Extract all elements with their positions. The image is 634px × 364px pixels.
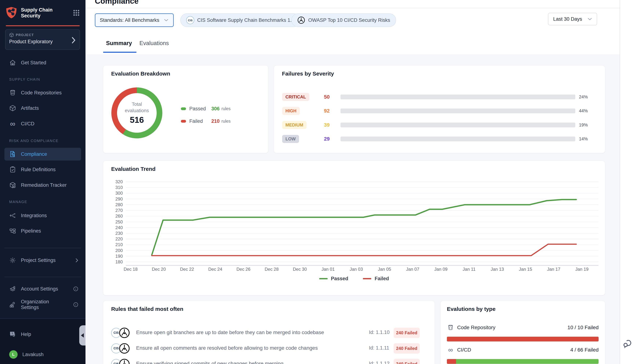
sidebar-item-cicd[interactable]: ∞ CI/CD bbox=[5, 117, 81, 130]
svg-text:Dec 28: Dec 28 bbox=[265, 267, 279, 272]
svg-text:Jan 05: Jan 05 bbox=[378, 267, 391, 272]
rule-text: Ensure open git branches are up to date … bbox=[136, 330, 324, 336]
sidebar-item-code-repositories[interactable]: Code Repositories bbox=[5, 86, 81, 99]
standards-filter-dropdown[interactable]: Standards: All Benchmarks bbox=[95, 14, 174, 27]
rule-id: Id: 1.1.10 bbox=[369, 330, 390, 335]
pipelines-icon bbox=[9, 228, 16, 234]
rule-text: Ensure all open comments are resolved be… bbox=[136, 345, 318, 351]
sidebar-section-manage: MANAGE bbox=[9, 200, 27, 204]
page-header: Compliance Standards: All Benchmarks CIS… bbox=[86, 0, 620, 54]
sidebar-item-organization-settings[interactable]: Organization Settings bbox=[5, 298, 81, 311]
rule-row[interactable]: CIS Ensure all open comments are resolve… bbox=[103, 342, 435, 355]
sidebar-item-artifacts[interactable]: Artifacts bbox=[5, 102, 81, 114]
svg-text:190: 190 bbox=[115, 254, 123, 258]
info-icon bbox=[73, 302, 79, 307]
failed-line-swatch bbox=[363, 278, 371, 279]
benchmark-chip-label: CIS Software Supply Chain Benchmarks 1.0 bbox=[197, 18, 294, 23]
home-icon bbox=[9, 59, 16, 66]
tab-evaluations[interactable]: Evaluations bbox=[139, 40, 169, 46]
svg-text:Jan 15: Jan 15 bbox=[519, 267, 532, 272]
severity-row-medium: MEDIUM 39 19% bbox=[274, 120, 605, 130]
svg-text:Dec 26: Dec 26 bbox=[236, 267, 250, 272]
project-name: Product Exploratory bbox=[9, 39, 76, 44]
app-title-line2: Security bbox=[21, 13, 73, 19]
sidebar-item-pipelines[interactable]: Pipelines bbox=[5, 224, 81, 237]
sidebar-item-label: Code Repositories bbox=[21, 90, 62, 96]
sidebar-item-label: Organization Settings bbox=[21, 299, 68, 310]
app-switcher-grid-icon[interactable] bbox=[73, 9, 80, 16]
date-range-dropdown[interactable]: Last 30 Days bbox=[548, 13, 597, 25]
sidebar-item-label: Artifacts bbox=[21, 106, 39, 111]
layers-gear-icon bbox=[9, 285, 16, 292]
sidebar-item-get-started[interactable]: Get Started bbox=[5, 56, 81, 69]
benchmark-chip-cis[interactable]: CIS CIS Software Supply Chain Benchmarks… bbox=[180, 14, 300, 27]
clipboard-check-icon bbox=[9, 166, 16, 173]
rule-source-icons: CIS bbox=[111, 342, 131, 355]
svg-text:210: 210 bbox=[115, 242, 123, 247]
rule-row[interactable]: CIS Ensure open git branches are up to d… bbox=[103, 326, 435, 339]
svg-text:230: 230 bbox=[115, 231, 123, 236]
type-label: CI/CD bbox=[457, 347, 471, 353]
app-logo-shield-icon bbox=[6, 6, 17, 19]
passed-swatch bbox=[181, 108, 186, 110]
card-title: Evaluation Trend bbox=[111, 166, 156, 172]
chevron-down-icon bbox=[587, 18, 592, 20]
tab-summary[interactable]: Summary bbox=[106, 40, 132, 46]
header-divider bbox=[86, 8, 620, 8]
severity-count: 50 bbox=[324, 94, 330, 100]
trend-legend-passed: Passed bbox=[319, 276, 348, 282]
svg-text:200: 200 bbox=[115, 248, 123, 253]
svg-text:Dec 24: Dec 24 bbox=[208, 267, 222, 272]
project-label: PROJECT bbox=[16, 33, 34, 37]
sidebar-item-compliance[interactable]: Compliance bbox=[5, 148, 81, 160]
svg-text:?: ? bbox=[12, 332, 13, 335]
gear-icon bbox=[9, 257, 16, 264]
help-button[interactable]: ? Help bbox=[5, 328, 81, 341]
help-label: Help bbox=[21, 332, 31, 337]
sidebar-item-label: Rule Definitions bbox=[21, 167, 56, 172]
severity-badge: HIGH bbox=[282, 107, 300, 115]
severity-row-high: HIGH 92 44% bbox=[274, 106, 605, 116]
rule-failed-badge: 240 Failed bbox=[394, 359, 420, 364]
trend-legend-failed: Failed bbox=[363, 276, 389, 282]
rule-failed-badge: 240 Failed bbox=[394, 343, 420, 354]
svg-text:Dec 18: Dec 18 bbox=[124, 267, 138, 272]
collapse-arrow-icon bbox=[81, 333, 84, 338]
sidebar-footer: ? Help L Lavakush bbox=[0, 318, 86, 364]
severity-bar-track bbox=[341, 94, 575, 99]
sidebar-section-supply-chain: SUPPLY CHAIN bbox=[9, 77, 40, 82]
rule-row[interactable]: CIS Ensure verifying signed commits of n… bbox=[103, 358, 435, 364]
sidebar-item-integrations[interactable]: Integrations bbox=[5, 209, 81, 222]
rule-source-icons: CIS bbox=[111, 326, 131, 339]
legend-item-passed: Passed 306 rules bbox=[181, 105, 231, 113]
sidebar-collapse-handle[interactable] bbox=[79, 325, 86, 346]
active-tab-indicator bbox=[103, 52, 137, 53]
svg-text:220: 220 bbox=[115, 236, 123, 242]
benchmark-chip-owasp[interactable]: OWASP Top 10 CI/CD Security Risks bbox=[291, 14, 396, 27]
owasp-logo-icon bbox=[297, 16, 305, 24]
sidebar-item-remediation-tracker[interactable]: Remediation Tracker bbox=[5, 179, 81, 192]
remediation-box-icon bbox=[9, 182, 16, 188]
project-selector[interactable]: PROJECT Product Exploratory bbox=[5, 29, 80, 50]
chat-widget-icon[interactable] bbox=[622, 338, 633, 349]
passed-count: 306 bbox=[211, 106, 220, 112]
svg-text:Dec 22: Dec 22 bbox=[180, 267, 194, 272]
svg-text:290: 290 bbox=[115, 196, 123, 202]
page-title: Compliance bbox=[95, 0, 139, 6]
severity-badge: CRITICAL bbox=[282, 93, 309, 101]
scroll-gutter[interactable] bbox=[620, 0, 634, 364]
sidebar-item-rule-definitions[interactable]: Rule Definitions bbox=[5, 163, 81, 176]
user-menu[interactable]: L Lavakush bbox=[5, 348, 81, 361]
svg-text:Jan 01: Jan 01 bbox=[322, 267, 335, 272]
card-title: Evaluation Breakdown bbox=[111, 70, 170, 77]
type-row-code-repository: Code Repository 10 / 10 Failed bbox=[447, 322, 598, 333]
evaluation-breakdown-card: Evaluation Breakdown Total evaluations 5… bbox=[103, 65, 268, 153]
user-name: Lavakush bbox=[22, 352, 44, 358]
owasp-logo-icon bbox=[119, 327, 130, 339]
svg-text:Jan 11: Jan 11 bbox=[463, 267, 475, 272]
sidebar-item-account-settings[interactable]: Account Settings bbox=[5, 282, 81, 295]
org-chart-gear-icon bbox=[9, 301, 16, 308]
sidebar-item-project-settings[interactable]: Project Settings bbox=[5, 254, 81, 267]
svg-text:310: 310 bbox=[115, 185, 123, 190]
severity-bar-track bbox=[341, 122, 575, 128]
